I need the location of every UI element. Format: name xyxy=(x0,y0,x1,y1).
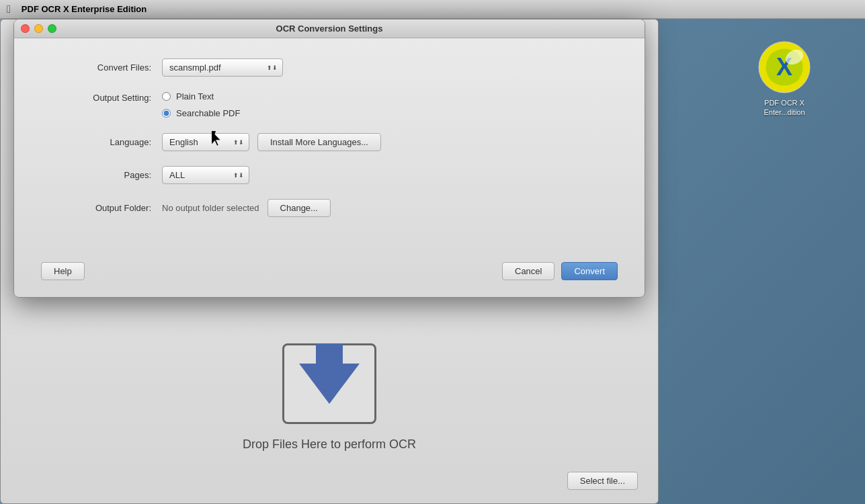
radio-plain-text-label: Plain Text xyxy=(176,91,214,101)
radio-plain-text[interactable]: Plain Text xyxy=(162,91,240,101)
drop-zone: Drop Files Here to perform OCR xyxy=(243,343,416,452)
output-setting-radio-group: Plain Text Searchable PDF xyxy=(162,91,240,118)
radio-plain-text-input[interactable] xyxy=(162,92,171,101)
ocr-dialog: OCR Conversion Settings Convert Files: s… xyxy=(13,19,645,298)
convert-files-select-wrapper: scansmpl.pdf xyxy=(162,58,283,77)
drop-arrow-icon xyxy=(299,364,360,404)
language-select[interactable]: English French German Spanish xyxy=(162,133,249,151)
convert-files-row: Convert Files: scansmpl.pdf xyxy=(41,58,618,77)
cancel-button[interactable]: Cancel xyxy=(502,262,554,280)
help-button[interactable]: Help xyxy=(41,262,85,280)
radio-searchable-pdf-input[interactable] xyxy=(162,109,171,118)
output-folder-text: No output folder selected xyxy=(162,203,259,213)
minimize-button[interactable] xyxy=(34,24,43,33)
drop-text: Drop Files Here to perform OCR xyxy=(243,437,416,452)
convert-files-select[interactable]: scansmpl.pdf xyxy=(162,58,283,77)
desktop-icon-label: PDF OCR X Enter...dition xyxy=(764,98,805,118)
desktop-icon-image: X xyxy=(757,40,811,94)
change-folder-button[interactable]: Change... xyxy=(267,199,331,217)
language-select-wrapper: English French German Spanish xyxy=(162,133,249,151)
app-name: PDF OCR X Enterprise Edition xyxy=(22,4,147,14)
pages-select[interactable]: ALL 1 2 Custom... xyxy=(162,166,249,184)
footer-right-buttons: Cancel Convert xyxy=(502,262,618,280)
desktop:  PDF OCR X Enterprise Edition Drop File… xyxy=(0,0,865,504)
pages-row: Pages: ALL 1 2 Custom... xyxy=(41,166,618,184)
convert-files-label: Convert Files: xyxy=(41,62,162,73)
convert-button[interactable]: Convert xyxy=(561,262,618,280)
maximize-button[interactable] xyxy=(48,24,56,33)
apple-menu[interactable]:  xyxy=(7,3,11,15)
output-setting-controls: Plain Text Searchable PDF xyxy=(162,91,618,118)
pages-label: Pages: xyxy=(41,170,162,180)
install-languages-button[interactable]: Install More Languages... xyxy=(257,133,381,151)
dialog-footer: Help Cancel Convert xyxy=(14,252,645,297)
pages-select-wrapper: ALL 1 2 Custom... xyxy=(162,166,249,184)
desktop-icon-pdfocr[interactable]: X PDF OCR X Enter...dition xyxy=(757,40,811,118)
output-setting-row: Output Setting: Plain Text Searchable PD… xyxy=(41,91,618,118)
close-button[interactable] xyxy=(21,24,30,33)
select-file-button[interactable]: Select file... xyxy=(567,472,638,490)
traffic-lights xyxy=(21,24,56,33)
radio-searchable-pdf-label: Searchable PDF xyxy=(176,108,240,118)
language-row: Language: English French German Spanish … xyxy=(41,133,618,151)
drop-icon-box xyxy=(282,343,376,424)
output-folder-controls: No output folder selected Change... xyxy=(162,199,618,217)
language-label: Language: xyxy=(41,137,162,147)
dialog-title-bar: OCR Conversion Settings xyxy=(14,19,645,38)
language-controls: English French German Spanish Install Mo… xyxy=(162,133,618,151)
convert-files-controls: scansmpl.pdf xyxy=(162,58,618,77)
dialog-content: Convert Files: scansmpl.pdf Output Setti… xyxy=(14,38,645,252)
dialog-title: OCR Conversion Settings xyxy=(276,24,383,34)
menu-bar:  PDF OCR X Enterprise Edition xyxy=(0,0,865,19)
radio-searchable-pdf[interactable]: Searchable PDF xyxy=(162,108,240,118)
output-setting-label: Output Setting: xyxy=(41,91,162,103)
output-folder-label: Output Folder: xyxy=(41,203,162,213)
pages-controls: ALL 1 2 Custom... xyxy=(162,166,618,184)
output-folder-row: Output Folder: No output folder selected… xyxy=(41,199,618,217)
